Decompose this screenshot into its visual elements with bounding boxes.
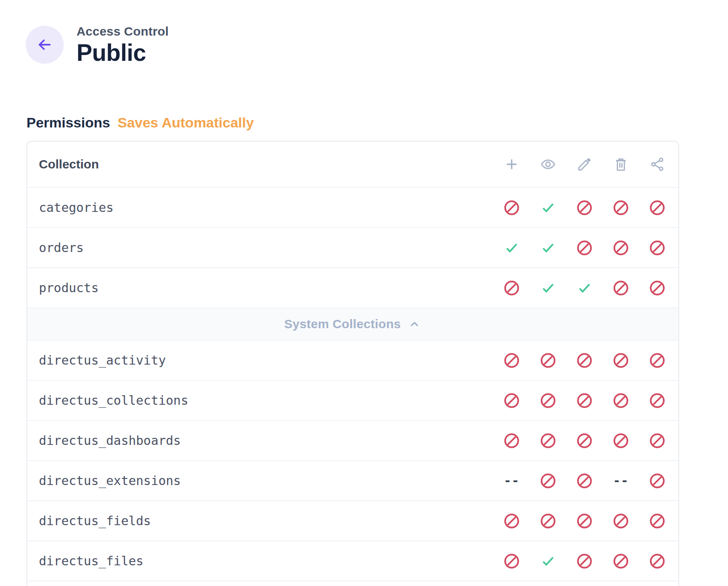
permission-cell-create[interactable] <box>493 381 530 420</box>
permission-cell-read[interactable] <box>530 381 566 420</box>
permission-cell-delete[interactable] <box>603 188 639 227</box>
permission-cell-update[interactable] <box>566 541 603 581</box>
permission-cell-delete[interactable] <box>603 501 639 540</box>
block-icon <box>539 472 557 490</box>
block-icon <box>576 239 593 257</box>
permission-cell-update[interactable] <box>566 381 603 420</box>
permission-cell-read[interactable] <box>530 188 566 227</box>
user-collection-rows: categoriesordersproducts <box>27 188 678 308</box>
block-icon <box>649 432 666 449</box>
permission-cell-share[interactable] <box>639 381 675 420</box>
permission-cell-share[interactable] <box>639 461 675 500</box>
arrow-left-icon <box>36 36 54 54</box>
permission-cell-create[interactable] <box>493 421 530 460</box>
title-block: Access Control Public <box>77 24 169 65</box>
permission-cell-update[interactable] <box>566 501 603 540</box>
not-applicable-dash: -- <box>504 473 520 488</box>
permission-cell-read[interactable] <box>530 501 566 540</box>
block-icon <box>649 472 666 490</box>
collection-name: orders <box>27 240 84 255</box>
permission-cell-read[interactable] <box>530 228 566 267</box>
permission-cell-update[interactable] <box>566 421 603 460</box>
permission-cell-read[interactable] <box>530 341 566 380</box>
block-icon <box>576 199 593 216</box>
table-row-directus_collections: directus_collections <box>27 381 678 421</box>
share-column-header <box>639 156 675 172</box>
block-icon <box>649 392 666 409</box>
table-header-row: Collection <box>27 142 678 188</box>
autosave-status: Saves Automatically <box>117 115 254 131</box>
permission-cell-share[interactable] <box>639 341 675 380</box>
permission-cell-create[interactable] <box>493 188 530 227</box>
permission-cells <box>493 381 675 420</box>
permission-cell-create[interactable] <box>493 501 530 540</box>
permission-cell-share[interactable] <box>639 188 675 227</box>
permission-cell-create[interactable] <box>493 541 530 581</box>
block-icon <box>612 392 630 409</box>
permission-cell-delete[interactable] <box>603 268 639 307</box>
permission-cell-update[interactable] <box>566 461 603 500</box>
permission-cell-delete[interactable] <box>603 421 639 460</box>
table-row-orders: orders <box>27 228 678 268</box>
block-icon <box>649 199 666 216</box>
permission-cell-read[interactable] <box>530 268 566 307</box>
collection-name: directus_dashboards <box>27 433 181 448</box>
block-icon <box>649 279 666 297</box>
permission-cell-read[interactable] <box>530 541 566 581</box>
check-icon <box>540 553 556 569</box>
read-column-header <box>530 156 566 172</box>
permission-cell-update[interactable] <box>566 188 603 227</box>
block-icon <box>503 392 520 409</box>
permission-cell-share[interactable] <box>639 421 675 460</box>
eye-icon <box>540 156 556 172</box>
permission-cell-delete[interactable]: -- <box>603 461 639 500</box>
table-row-directus_activity: directus_activity <box>27 341 678 381</box>
block-icon <box>649 352 666 369</box>
permission-cell-read[interactable] <box>530 421 566 460</box>
check-icon <box>540 280 556 296</box>
permission-cell-share[interactable] <box>639 501 675 540</box>
block-icon <box>539 392 557 409</box>
permission-cell-create[interactable] <box>493 341 530 380</box>
block-icon <box>612 279 630 297</box>
block-icon <box>503 552 520 570</box>
permission-cell-share[interactable] <box>639 228 675 267</box>
permission-cell-delete[interactable] <box>603 541 639 581</box>
block-icon <box>503 512 520 530</box>
permission-cell-share[interactable] <box>639 268 675 307</box>
block-icon <box>576 432 593 449</box>
block-icon <box>576 352 593 369</box>
back-button[interactable] <box>26 26 64 64</box>
permission-cell-update[interactable] <box>566 268 603 307</box>
block-icon <box>539 432 557 449</box>
permission-cells <box>493 421 675 460</box>
delete-column-header <box>603 156 639 172</box>
block-icon <box>576 472 593 490</box>
table-row-directus_fields: directus_fields <box>27 501 678 541</box>
permission-cell-share[interactable] <box>639 541 675 581</box>
block-icon <box>649 552 666 570</box>
permission-cells <box>493 341 675 380</box>
block-icon <box>649 512 666 530</box>
permission-cells: ---- <box>493 461 675 500</box>
permission-cell-update[interactable] <box>566 228 603 267</box>
permission-cell-create[interactable] <box>493 228 530 267</box>
block-icon <box>503 199 520 216</box>
table-row-directus_files: directus_files <box>27 541 678 581</box>
not-applicable-dash: -- <box>613 473 629 488</box>
system-collection-rows: directus_activitydirectus_collectionsdir… <box>27 341 678 581</box>
permission-cell-create[interactable] <box>493 268 530 307</box>
block-icon <box>612 512 630 530</box>
permission-cell-create[interactable]: -- <box>493 461 530 500</box>
system-collections-label: System Collections <box>284 317 401 331</box>
permission-cell-delete[interactable] <box>603 381 639 420</box>
permission-cell-read[interactable] <box>530 461 566 500</box>
permission-cell-update[interactable] <box>566 341 603 380</box>
collection-name: directus_files <box>27 554 144 568</box>
permission-cell-delete[interactable] <box>603 341 639 380</box>
block-icon <box>649 239 666 257</box>
permission-cell-delete[interactable] <box>603 228 639 267</box>
pencil-icon <box>577 156 592 172</box>
system-collections-toggle[interactable]: System Collections <box>27 308 678 341</box>
permission-cells <box>493 501 675 540</box>
